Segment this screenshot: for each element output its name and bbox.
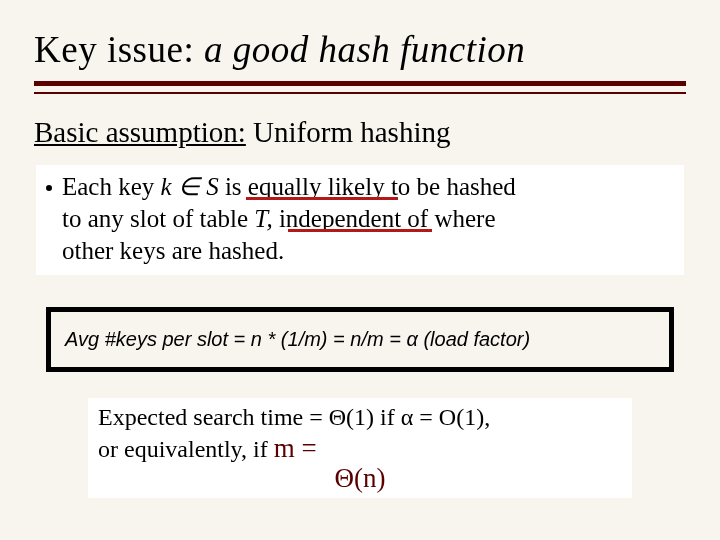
title-prefix: Key issue: [34, 29, 204, 70]
bullet-indep: independent [279, 205, 401, 232]
underline-equally [246, 197, 398, 200]
load-factor-box: Avg #keys per slot = n * (1/m) = n/m = α… [46, 307, 674, 372]
bullet-line3: other keys are hashed. [62, 237, 284, 264]
expected-row1: Expected search time = Θ(1) if α = O(1), [98, 404, 490, 430]
bullet-tcomma: T, [254, 205, 279, 232]
bullet-mid2: to be hashed [385, 173, 516, 200]
slide-title: Key issue: a good hash function [34, 28, 686, 71]
bullet-block: Each key k ∈ S is equally likely to be h… [36, 165, 684, 275]
assumption-label: Basic assumption: [34, 116, 246, 148]
bullet-equally: equally likely [248, 173, 385, 200]
expected-block: Expected search time = Θ(1) if α = O(1),… [88, 398, 632, 498]
bullet-mid1: is [219, 173, 248, 200]
underline-independent [288, 229, 432, 232]
bullet-line2b: of where [401, 205, 495, 232]
assumption-line: Basic assumption: Uniform hashing [34, 116, 686, 149]
expected-theta-n: Θ(n) [98, 462, 622, 496]
bullet-dot-icon [46, 185, 52, 191]
title-emph: a good hash function [204, 29, 525, 70]
bullet-pre: Each key [62, 173, 161, 200]
expected-row2: or equivalently, if [98, 436, 274, 462]
assumption-text: Uniform hashing [246, 116, 451, 148]
bullet-line2a: to any slot of table [62, 205, 254, 232]
expected-m-eq: m = [274, 433, 317, 463]
bullet-kins: k ∈ S [161, 173, 219, 200]
title-rule-thin [34, 92, 686, 94]
load-factor-text: Avg #keys per slot = n * (1/m) = n/m = α… [65, 328, 530, 350]
title-rule-thick [34, 81, 686, 86]
